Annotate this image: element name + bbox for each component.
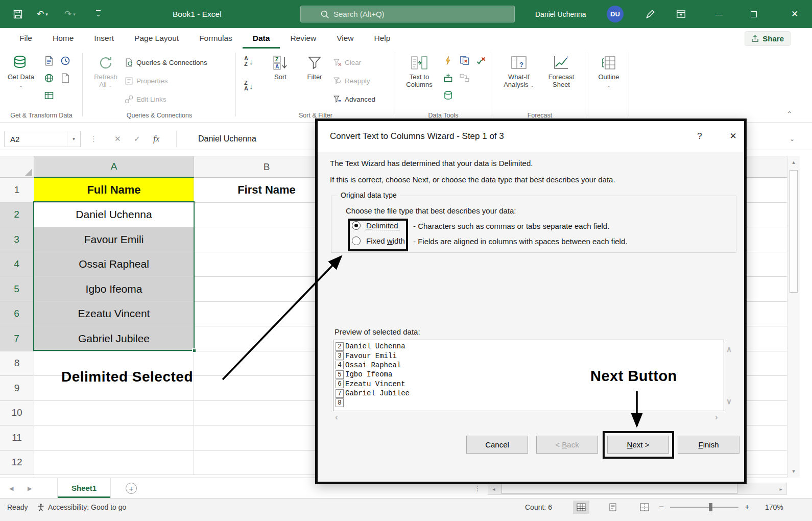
clear-filter-button[interactable]: Clear	[333, 56, 361, 69]
minimize-button[interactable]: —	[707, 0, 731, 28]
recent-sources-button[interactable]	[60, 56, 70, 68]
from-web-button[interactable]	[44, 73, 54, 85]
preview-scroll-down-icon[interactable]: ∨	[726, 397, 732, 406]
zoom-slider-thumb[interactable]	[709, 503, 712, 511]
new-sheet-button[interactable]: +	[126, 483, 137, 494]
tab-file[interactable]: File	[9, 28, 42, 49]
what-if-analysis-button[interactable]: ? What-If Analysis ⌄	[499, 53, 538, 89]
cell-a10[interactable]	[34, 401, 194, 426]
tab-data[interactable]: Data	[243, 28, 280, 49]
flash-fill-button[interactable]	[443, 56, 453, 67]
help-icon[interactable]: ?	[689, 121, 710, 152]
properties-button[interactable]: Properties	[125, 74, 168, 87]
undo-button[interactable]: ↶▾	[37, 0, 48, 28]
cell-a12[interactable]	[34, 451, 194, 476]
row-header-4[interactable]: 4	[0, 252, 34, 277]
sort-button[interactable]: ZA Sort	[266, 53, 295, 81]
vertical-scrollbar[interactable]: ▴ ▾	[787, 156, 800, 478]
tab-insert[interactable]: Insert	[84, 28, 124, 49]
formula-input[interactable]: Daniel Uchenna	[198, 128, 256, 150]
fixed-width-radio-label[interactable]: Fixed width	[365, 236, 407, 246]
formula-bar-expand-icon[interactable]: ⌄	[790, 128, 795, 150]
zoom-level[interactable]: 170%	[765, 499, 783, 515]
finish-button[interactable]: Finish	[678, 436, 739, 454]
collapse-ribbon-icon[interactable]: ⌃	[786, 110, 793, 118]
get-data-button[interactable]: Get Data ⌄	[5, 53, 37, 89]
cell-a11[interactable]	[34, 425, 194, 451]
cell-a1[interactable]: Full Name	[34, 178, 194, 203]
relationships-button[interactable]	[460, 73, 469, 85]
row-header-9[interactable]: 9	[0, 376, 34, 401]
qat-customize-button[interactable]: ⌄	[96, 0, 101, 28]
page-break-preview-button[interactable]	[636, 501, 653, 514]
preview-scroll-up-icon[interactable]: ∧	[726, 345, 732, 354]
sort-descending-button[interactable]: ZA↓	[244, 80, 253, 91]
zoom-slider[interactable]	[670, 507, 738, 508]
delimited-radio-label[interactable]: Delimited	[365, 221, 400, 230]
from-table-range-button[interactable]	[44, 90, 54, 103]
name-box-resizer-icon[interactable]: ⋮	[90, 128, 98, 150]
user-name[interactable]: Daniel Uchenna	[535, 0, 586, 28]
scroll-up-icon[interactable]: ▴	[787, 159, 800, 165]
sheet-nav-right-icon[interactable]: ▶	[28, 478, 32, 499]
text-to-columns-button[interactable]: Text to Columns	[401, 53, 437, 88]
forecast-sheet-button[interactable]: Forecast Sheet	[541, 53, 581, 88]
row-header-5[interactable]: 5	[0, 277, 34, 302]
next-button[interactable]: Next >	[607, 436, 669, 454]
tab-help[interactable]: Help	[364, 28, 401, 49]
preview-scroll-left-icon[interactable]: ‹	[335, 412, 338, 422]
redo-button[interactable]: ↷▾	[64, 0, 76, 28]
advanced-filter-button[interactable]: Advanced	[333, 92, 375, 106]
row-header-3[interactable]: 3	[0, 227, 34, 252]
sheet-nav-left-icon[interactable]: ◀	[9, 478, 13, 499]
row-header-6[interactable]: 6	[0, 302, 34, 327]
cell-a5[interactable]: Igbo Ifeoma	[34, 277, 194, 302]
zoom-out-button[interactable]: −	[659, 499, 664, 515]
insert-function-icon[interactable]: fx	[153, 128, 159, 150]
sheet-tab-sheet1[interactable]: Sheet1	[57, 478, 111, 498]
cell-a2[interactable]: Daniel Uchenna	[34, 203, 194, 228]
avatar[interactable]: DU	[607, 6, 624, 22]
cell-a3[interactable]: Favour Emili	[34, 227, 194, 252]
enter-entry-icon[interactable]: ✓	[134, 128, 140, 150]
search-input[interactable]: Search (Alt+Q)	[300, 6, 515, 22]
from-text-csv-button[interactable]	[44, 56, 54, 68]
delimited-radio[interactable]	[352, 221, 361, 230]
vertical-scroll-thumb[interactable]	[790, 170, 798, 293]
tab-formulas[interactable]: Formulas	[189, 28, 243, 49]
scroll-down-icon[interactable]: ▾	[787, 468, 800, 475]
filter-button[interactable]: Filter	[300, 53, 329, 81]
horizontal-scroll-thumb[interactable]	[501, 484, 737, 494]
row-header-8[interactable]: 8	[0, 351, 34, 376]
row-header-2[interactable]: 2	[0, 203, 34, 228]
cell-a4[interactable]: Ossai Rapheal	[34, 252, 194, 277]
accessibility-status[interactable]: Accessibility: Good to go	[37, 499, 126, 515]
reapply-filter-button[interactable]: Reapply	[333, 74, 370, 87]
cancel-entry-icon[interactable]: ✕	[114, 128, 121, 150]
cell-a6[interactable]: Ezeatu Vincent	[34, 302, 194, 327]
row-header-7[interactable]: 7	[0, 326, 34, 351]
dialog-close-icon[interactable]: ✕	[722, 121, 744, 152]
row-header-10[interactable]: 10	[0, 401, 34, 426]
remove-duplicates-button[interactable]	[460, 56, 469, 67]
share-button[interactable]: Share	[745, 31, 791, 46]
dialog-title-bar[interactable]: Convert Text to Columns Wizard - Step 1 …	[318, 121, 744, 152]
save-button[interactable]	[13, 0, 22, 28]
refresh-all-button[interactable]: Refresh All ⌄	[90, 53, 122, 89]
queries-connections-button[interactable]: Queries & Connections	[125, 56, 207, 69]
row-header-1[interactable]: 1	[0, 178, 34, 203]
feedback-pen-icon[interactable]	[639, 0, 661, 28]
column-header-a[interactable]: A	[34, 156, 194, 178]
ribbon-display-options-icon[interactable]	[670, 0, 691, 28]
name-box[interactable]: A2 ▾	[4, 131, 81, 147]
close-button[interactable]: ✕	[780, 0, 809, 28]
name-box-dropdown-icon[interactable]: ▾	[67, 131, 80, 147]
sort-ascending-button[interactable]: AZ↓	[244, 56, 253, 67]
edit-links-button[interactable]: Edit Links	[125, 92, 166, 106]
zoom-in-button[interactable]: +	[745, 499, 750, 515]
tab-view[interactable]: View	[326, 28, 364, 49]
cancel-button[interactable]: Cancel	[466, 436, 528, 454]
tab-page-layout[interactable]: Page Layout	[124, 28, 189, 49]
tab-home[interactable]: Home	[42, 28, 84, 49]
select-all-button[interactable]	[0, 156, 34, 178]
